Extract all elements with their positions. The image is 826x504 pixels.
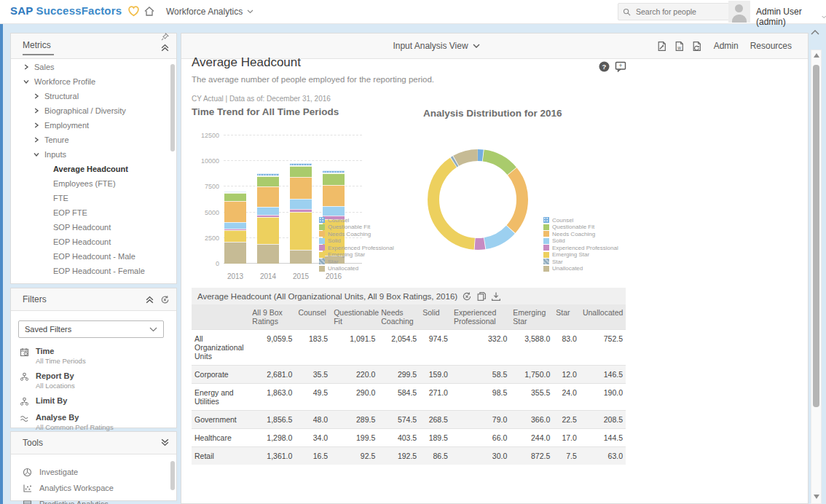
collapse-panel-icon[interactable] bbox=[145, 295, 154, 304]
copy-icon[interactable] bbox=[476, 291, 487, 302]
user-menu[interactable]: Admin User (admin) bbox=[756, 7, 826, 27]
metric-item-biographical-diversity[interactable]: Biographical / Diversity bbox=[11, 103, 170, 118]
collapse-content-icon[interactable] bbox=[810, 29, 820, 36]
legend-item-needs-coaching: Needs Coaching bbox=[543, 231, 618, 237]
feedback-icon[interactable]: + bbox=[615, 61, 626, 72]
reset-filters-icon[interactable] bbox=[160, 295, 170, 304]
legend-swatch bbox=[543, 245, 549, 251]
metric-item-label: FTE bbox=[53, 194, 68, 202]
column-header-needs-coaching: Needs Coaching bbox=[378, 304, 420, 330]
scrollbar-thumb[interactable] bbox=[813, 65, 819, 407]
metric-item-sop-headcount[interactable]: SOP Headcount bbox=[11, 220, 170, 235]
cell-value: 98.5 bbox=[451, 384, 510, 411]
legend-item-star: Star bbox=[319, 259, 394, 265]
legend-label: Questionable Fit bbox=[328, 224, 370, 230]
saved-filters-select[interactable]: Saved Filters bbox=[18, 320, 164, 338]
download-icon[interactable] bbox=[491, 291, 501, 302]
cell-value: 974.5 bbox=[420, 330, 451, 366]
metric-item-sales[interactable]: Sales bbox=[11, 60, 170, 74]
table-row-all-organizational-units: All Organizational Units9,059.5183.51,09… bbox=[192, 330, 626, 366]
metric-item-label: EOP Headcount - Male bbox=[53, 252, 135, 261]
metric-item-eop-headcount-male[interactable]: EOP Headcount - Male bbox=[11, 249, 170, 264]
chevron-down-icon bbox=[247, 9, 253, 14]
headcount-table: All 9 Box RatingsCounselQuestionable Fit… bbox=[192, 304, 626, 465]
cell-value: 366.0 bbox=[510, 411, 553, 429]
bar-chart-title: Time Trend for All Time Periods bbox=[192, 106, 339, 117]
reset-icon[interactable] bbox=[462, 291, 472, 302]
filter-item-text: TimeAll Time Periods bbox=[36, 347, 86, 365]
filter-item-value: All Time Periods bbox=[36, 357, 86, 365]
metric-item-employment[interactable]: Employment bbox=[11, 118, 170, 133]
search-input[interactable] bbox=[634, 7, 717, 17]
scroll-up-arrow[interactable] bbox=[814, 53, 819, 58]
admin-link[interactable]: Admin bbox=[714, 41, 739, 51]
metric-item-eop-fte[interactable]: EOP FTE bbox=[11, 205, 170, 220]
filter-item-analyse-by[interactable]: Analyse ByAll Common Perf Ratings bbox=[20, 413, 172, 431]
tools-panel-header: Tools bbox=[11, 432, 176, 454]
row-label: Corporate bbox=[192, 366, 249, 384]
svg-text:?: ? bbox=[602, 63, 607, 71]
y-axis-tick-label: 5000 bbox=[189, 209, 219, 216]
tool-item-investigate[interactable]: Investigate bbox=[23, 464, 169, 480]
metric-item-structural[interactable]: Structural bbox=[11, 89, 170, 103]
resources-link[interactable]: Resources bbox=[750, 41, 792, 51]
metric-item-label: Sales bbox=[34, 63, 55, 71]
pin-icon[interactable] bbox=[161, 33, 169, 41]
export-pdf-icon[interactable] bbox=[656, 41, 667, 52]
cell-value: 220.0 bbox=[331, 366, 378, 384]
metric-item-fte[interactable]: FTE bbox=[11, 191, 170, 205]
legend-item-counsel: Counsel bbox=[543, 217, 618, 224]
filter-item-time[interactable]: TimeAll Time Periods bbox=[20, 347, 172, 365]
filter-item-report-by[interactable]: Report ByAll Locations bbox=[20, 371, 172, 390]
cell-value: 63.0 bbox=[580, 447, 626, 465]
metric-item-average-headcount[interactable]: Average Headcount bbox=[11, 162, 170, 176]
expand-panel-icon[interactable] bbox=[160, 438, 170, 447]
export-word-icon[interactable]: w bbox=[674, 41, 685, 52]
cell-value: 1,091.5 bbox=[331, 330, 378, 366]
metric-item-eop-headcount[interactable]: EOP Headcount bbox=[11, 235, 170, 249]
bar-segment-unallocated bbox=[290, 250, 312, 264]
y-axis-tick-label: 10000 bbox=[189, 157, 219, 165]
legend-swatch bbox=[319, 266, 325, 272]
legend-swatch bbox=[319, 231, 325, 237]
view-selector[interactable]: Input Analysis View bbox=[393, 41, 479, 51]
user-avatar[interactable] bbox=[728, 1, 750, 23]
metric-item-employees-fte[interactable]: Employees (FTE) bbox=[11, 176, 170, 191]
metrics-scrollbar-thumb[interactable] bbox=[170, 64, 175, 151]
filter-item-limit-by[interactable]: Limit By bbox=[20, 396, 172, 406]
module-nav-selector[interactable]: Workforce Analytics bbox=[166, 7, 253, 17]
cell-value: 9,059.5 bbox=[249, 330, 295, 366]
row-label: Retail bbox=[192, 447, 249, 465]
export-ppt-icon[interactable] bbox=[691, 41, 702, 52]
table-header-row: All 9 Box RatingsCounselQuestionable Fit… bbox=[192, 304, 626, 330]
analyse-icon bbox=[20, 413, 29, 431]
filter-item-label: Limit By bbox=[36, 396, 67, 405]
legend-item-needs-coaching: Needs Coaching bbox=[319, 231, 394, 237]
people-search[interactable] bbox=[618, 3, 731, 20]
page-title: Average Headcount bbox=[192, 55, 301, 70]
main-scrollbar[interactable] bbox=[811, 50, 822, 504]
metric-item-label: Structural bbox=[44, 92, 79, 101]
legend-item-star: Star bbox=[543, 259, 618, 265]
y-axis-tick-label: 12500 bbox=[189, 132, 219, 139]
legend-label: Needs Coaching bbox=[328, 231, 371, 237]
metric-item-inputs[interactable]: Inputs bbox=[11, 147, 170, 162]
collapse-panel-icon[interactable] bbox=[160, 43, 170, 52]
tools-scrollbar-thumb[interactable] bbox=[170, 461, 175, 490]
metric-item-workforce-profile[interactable]: Workforce Profile bbox=[11, 74, 170, 89]
tool-item-analytics-workspace[interactable]: Analytics Workspace bbox=[23, 480, 169, 496]
tool-item-predictive-analytics[interactable]: Predictive Analytics bbox=[23, 496, 169, 504]
legend-swatch bbox=[543, 266, 549, 272]
legend-item-solid: Solid bbox=[319, 238, 394, 245]
help-icon[interactable]: ? bbox=[599, 61, 610, 72]
metric-item-label: Workforce Profile bbox=[34, 77, 95, 86]
home-icon[interactable] bbox=[143, 6, 155, 17]
metric-item-eop-headcount-female[interactable]: EOP Headcount - Female bbox=[11, 264, 170, 278]
metric-item-tenure[interactable]: Tenure bbox=[11, 133, 170, 147]
scroll-down-arrow[interactable] bbox=[814, 495, 819, 499]
filters-panel: Filters Saved Filters TimeAll Time Perio… bbox=[10, 288, 177, 428]
metric-item-label: Biographical / Diversity bbox=[44, 106, 126, 115]
cell-value: 146.5 bbox=[580, 366, 626, 384]
bar-segment-questionable-fit bbox=[323, 173, 345, 184]
legend-item-emerging-star: Emerging Star bbox=[319, 252, 394, 259]
